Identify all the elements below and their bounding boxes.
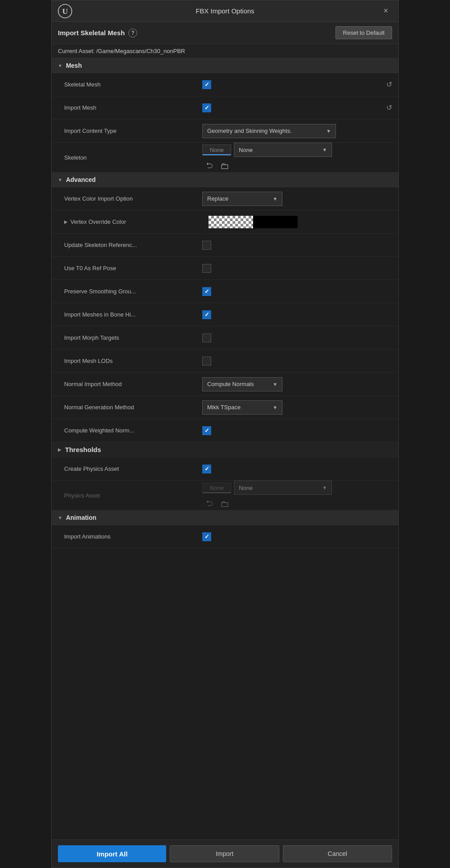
mesh-section-header[interactable]: ▼ Mesh xyxy=(52,58,398,73)
skeleton-dropdown-value: None xyxy=(239,147,253,153)
import-meshes-in-bone-hierarchy-checkbox[interactable] xyxy=(202,310,211,319)
import-mesh-value xyxy=(202,103,386,112)
title-bar-left: U xyxy=(58,4,72,18)
skeleton-row: Skeleton None None ▼ ⮌ xyxy=(52,143,398,173)
normal-import-method-label: Normal Import Method xyxy=(64,381,202,387)
import-morph-targets-checkbox[interactable] xyxy=(202,333,211,342)
thresholds-chevron-icon: ▶ xyxy=(58,447,61,452)
import-content-type-value: Geometry and Skinning Weights. ▼ xyxy=(202,124,392,138)
use-t0-as-ref-pose-checkbox[interactable] xyxy=(202,264,211,273)
import-all-button[interactable]: Import All xyxy=(58,845,166,862)
animation-section-label: Animation xyxy=(66,514,96,521)
checker-pattern xyxy=(209,216,253,228)
preserve-smoothing-groups-value xyxy=(202,287,392,296)
vertex-color-import-option-label: Vertex Color Import Option xyxy=(64,195,202,202)
ue-logo-icon: U xyxy=(58,4,72,18)
skeletal-mesh-value xyxy=(202,80,386,89)
normal-import-method-selected: Compute Normals xyxy=(207,381,254,387)
skeleton-folder-icon[interactable]: 🗀 xyxy=(218,160,231,172)
vertex-override-color-expand-icon[interactable]: ▶ xyxy=(64,219,68,224)
normal-generation-method-selected: Mikk TSpace xyxy=(207,404,241,411)
import-meshes-in-bone-hierarchy-value xyxy=(202,310,392,319)
skeletal-mesh-checkbox[interactable] xyxy=(202,80,211,89)
preserve-smoothing-groups-row: Preserve Smoothing Grou... xyxy=(52,280,398,303)
normal-import-method-arrow-icon: ▼ xyxy=(273,382,278,387)
normal-import-method-row: Normal Import Method Compute Normals ▼ xyxy=(52,373,398,396)
vertex-color-import-option-row: Vertex Color Import Option Replace ▼ xyxy=(52,187,398,210)
physics-asset-none-box: None xyxy=(202,482,231,494)
import-title: Import Skeletal Mesh ? xyxy=(58,29,137,37)
normal-generation-method-value: Mikk TSpace ▼ xyxy=(202,400,392,415)
import-mesh-reset-icon[interactable]: ↺ xyxy=(386,103,392,112)
import-mesh-lods-value xyxy=(202,357,392,366)
advanced-section-label: Advanced xyxy=(66,176,96,183)
create-physics-asset-value xyxy=(202,465,392,473)
vertex-override-color-label: Vertex Override Color xyxy=(70,218,209,225)
normal-generation-method-arrow-icon: ▼ xyxy=(273,405,278,410)
compute-weighted-normals-label: Compute Weighted Norm... xyxy=(64,427,202,434)
vertex-override-color-value xyxy=(209,216,392,228)
import-skeletal-mesh-label: Import Skeletal Mesh xyxy=(58,29,125,37)
advanced-section-header[interactable]: ▼ Advanced xyxy=(52,173,398,187)
header-row: Import Skeletal Mesh ? Reset to Default xyxy=(52,22,398,44)
cancel-button[interactable]: Cancel xyxy=(283,845,392,862)
mesh-chevron-icon: ▼ xyxy=(58,63,62,68)
update-skeleton-reference-checkbox[interactable] xyxy=(202,241,211,250)
vertex-override-color-swatch[interactable] xyxy=(209,216,298,228)
import-animations-label: Import Animations xyxy=(64,533,202,540)
skeleton-dropdown-arrow-icon: ▼ xyxy=(322,147,327,152)
normal-generation-method-dropdown[interactable]: Mikk TSpace ▼ xyxy=(202,400,282,415)
skeleton-none-box[interactable]: None xyxy=(202,144,231,156)
physics-asset-back-icon: ⮌ xyxy=(203,498,216,510)
create-physics-asset-label: Create Physics Asset xyxy=(64,465,202,472)
create-physics-asset-checkbox[interactable] xyxy=(202,465,211,473)
update-skeleton-reference-value xyxy=(202,241,392,250)
close-button[interactable]: × xyxy=(380,5,392,17)
animation-section-header[interactable]: ▼ Animation xyxy=(52,510,398,525)
import-mesh-lods-checkbox[interactable] xyxy=(202,357,211,366)
skeleton-control: None None ▼ ⮌ 🗀 xyxy=(202,143,332,172)
title-bar: U FBX Import Options × xyxy=(52,0,398,22)
use-t0-as-ref-pose-label: Use T0 As Ref Pose xyxy=(64,265,202,272)
import-meshes-in-bone-hierarchy-row: Import Meshes in Bone Hi... xyxy=(52,303,398,326)
vertex-color-import-option-arrow-icon: ▼ xyxy=(273,196,278,202)
help-icon[interactable]: ? xyxy=(128,29,137,37)
main-content: ▼ Mesh Skeletal Mesh ↺ Import Mesh ↺ Imp… xyxy=(52,58,398,839)
skeleton-label: Skeleton xyxy=(64,154,202,161)
import-animations-checkbox[interactable] xyxy=(202,532,211,541)
import-mesh-checkbox[interactable] xyxy=(202,103,211,112)
dialog-title: FBX Import Options xyxy=(196,7,254,15)
compute-weighted-normals-row: Compute Weighted Norm... xyxy=(52,419,398,442)
skeleton-back-icon[interactable]: ⮌ xyxy=(203,160,216,172)
preserve-smoothing-groups-checkbox[interactable] xyxy=(202,287,211,296)
use-t0-as-ref-pose-row: Use T0 As Ref Pose xyxy=(52,257,398,280)
current-asset-label: Current Asset: xyxy=(58,48,94,54)
advanced-chevron-icon: ▼ xyxy=(58,177,62,182)
vertex-color-import-option-dropdown[interactable]: Replace ▼ xyxy=(202,192,282,206)
vertex-color-import-option-selected: Replace xyxy=(207,195,229,202)
mesh-section-label: Mesh xyxy=(66,62,82,69)
normal-generation-method-label: Normal Generation Method xyxy=(64,404,202,411)
import-mesh-lods-label: Import Mesh LODs xyxy=(64,358,202,364)
physics-asset-dropdown: None ▼ xyxy=(234,481,332,495)
import-animations-row: Import Animations xyxy=(52,525,398,548)
import-morph-targets-value xyxy=(202,333,392,342)
thresholds-section-header[interactable]: ▶ Thresholds xyxy=(52,442,398,457)
import-content-type-dropdown[interactable]: Geometry and Skinning Weights. ▼ xyxy=(202,124,336,138)
compute-weighted-normals-value xyxy=(202,426,392,435)
skeleton-top: None None ▼ xyxy=(202,143,332,157)
import-animations-value xyxy=(202,532,392,541)
thresholds-section-label: Thresholds xyxy=(65,446,101,453)
skeleton-icons: ⮌ 🗀 xyxy=(202,160,332,172)
reset-to-default-button[interactable]: Reset to Default xyxy=(335,26,392,39)
fbx-import-dialog: U FBX Import Options × Import Skeletal M… xyxy=(51,0,399,868)
import-button[interactable]: Import xyxy=(170,845,279,862)
svg-text:U: U xyxy=(62,6,68,15)
skeletal-mesh-reset-icon[interactable]: ↺ xyxy=(386,80,392,89)
skeletal-mesh-row: Skeletal Mesh ↺ xyxy=(52,73,398,96)
compute-weighted-normals-checkbox[interactable] xyxy=(202,426,211,435)
skeleton-dropdown[interactable]: None ▼ xyxy=(234,143,332,157)
import-content-type-row: Import Content Type Geometry and Skinnin… xyxy=(52,119,398,143)
normal-import-method-dropdown[interactable]: Compute Normals ▼ xyxy=(202,377,282,391)
import-mesh-lods-row: Import Mesh LODs xyxy=(52,350,398,373)
